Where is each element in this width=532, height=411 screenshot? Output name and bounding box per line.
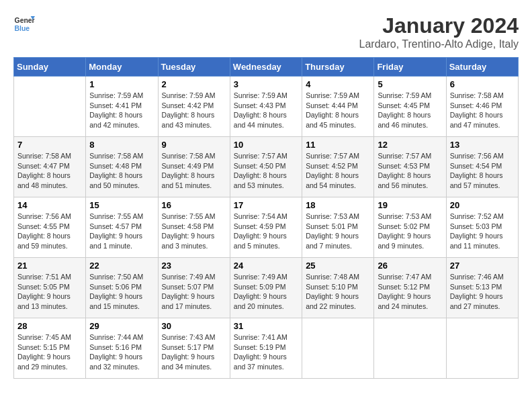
day-number: 21 [17, 261, 82, 271]
day-cell: 8Sunrise: 7:58 AMSunset: 4:48 PMDaylight… [86, 137, 158, 197]
day-cell: 12Sunrise: 7:57 AMSunset: 4:53 PMDayligh… [374, 137, 446, 197]
day-cell: 9Sunrise: 7:58 AMSunset: 4:49 PMDaylight… [158, 137, 230, 197]
day-number: 24 [234, 261, 298, 271]
day-cell: 18Sunrise: 7:53 AMSunset: 5:01 PMDayligh… [302, 197, 374, 258]
calendar-table: SundayMondayTuesdayWednesdayThursdayFrid… [13, 57, 519, 379]
day-info: Sunrise: 7:59 AMSunset: 4:45 PMDaylight:… [378, 91, 442, 130]
day-number: 5 [378, 79, 442, 89]
day-cell: 21Sunrise: 7:51 AMSunset: 5:05 PMDayligh… [14, 258, 86, 318]
day-info: Sunrise: 7:58 AMSunset: 4:49 PMDaylight:… [162, 151, 226, 191]
day-info: Sunrise: 7:57 AMSunset: 4:50 PMDaylight:… [234, 151, 298, 191]
day-info: Sunrise: 7:59 AMSunset: 4:42 PMDaylight:… [162, 91, 226, 130]
day-number: 25 [306, 261, 370, 271]
day-info: Sunrise: 7:58 AMSunset: 4:47 PMDaylight:… [17, 151, 82, 191]
day-number: 19 [378, 200, 442, 210]
day-info: Sunrise: 7:56 AMSunset: 4:55 PMDaylight:… [17, 212, 82, 251]
day-cell: 11Sunrise: 7:57 AMSunset: 4:52 PMDayligh… [302, 137, 374, 197]
day-number: 31 [234, 321, 298, 331]
day-info: Sunrise: 7:48 AMSunset: 5:10 PMDaylight:… [306, 272, 370, 312]
day-info: Sunrise: 7:53 AMSunset: 5:01 PMDaylight:… [306, 212, 370, 251]
day-cell [14, 77, 86, 137]
svg-text:Blue: Blue [15, 25, 30, 32]
day-info: Sunrise: 7:58 AMSunset: 4:48 PMDaylight:… [89, 151, 154, 191]
month-year-title: January 2024 [359, 13, 519, 38]
day-cell: 30Sunrise: 7:43 AMSunset: 5:17 PMDayligh… [158, 318, 230, 379]
day-cell: 29Sunrise: 7:44 AMSunset: 5:16 PMDayligh… [86, 318, 158, 379]
day-number: 10 [234, 140, 298, 150]
day-info: Sunrise: 7:49 AMSunset: 5:09 PMDaylight:… [234, 272, 298, 312]
day-info: Sunrise: 7:57 AMSunset: 4:53 PMDaylight:… [378, 151, 442, 191]
day-info: Sunrise: 7:50 AMSunset: 5:06 PMDaylight:… [89, 272, 154, 312]
week-row-5: 28Sunrise: 7:45 AMSunset: 5:15 PMDayligh… [14, 318, 519, 379]
day-number: 26 [378, 261, 442, 271]
header-monday: Monday [86, 58, 158, 77]
logo: General Blue [13, 13, 35, 35]
day-number: 7 [17, 140, 82, 150]
header-tuesday: Tuesday [158, 58, 230, 77]
day-info: Sunrise: 7:54 AMSunset: 4:59 PMDaylight:… [234, 212, 298, 251]
days-header-row: SundayMondayTuesdayWednesdayThursdayFrid… [14, 58, 519, 77]
day-cell [446, 318, 518, 379]
day-info: Sunrise: 7:55 AMSunset: 4:58 PMDaylight:… [162, 212, 226, 251]
day-cell: 10Sunrise: 7:57 AMSunset: 4:50 PMDayligh… [230, 137, 302, 197]
day-info: Sunrise: 7:51 AMSunset: 5:05 PMDaylight:… [17, 272, 82, 312]
header: General Blue January 2024 Lardaro, Trent… [13, 13, 519, 50]
day-info: Sunrise: 7:58 AMSunset: 4:46 PMDaylight:… [450, 91, 515, 130]
day-info: Sunrise: 7:53 AMSunset: 5:02 PMDaylight:… [378, 212, 442, 251]
day-number: 28 [17, 321, 82, 331]
day-number: 8 [89, 140, 154, 150]
logo-icon: General Blue [13, 13, 35, 35]
header-wednesday: Wednesday [230, 58, 302, 77]
day-cell: 28Sunrise: 7:45 AMSunset: 5:15 PMDayligh… [14, 318, 86, 379]
day-info: Sunrise: 7:59 AMSunset: 4:43 PMDaylight:… [234, 91, 298, 130]
week-row-3: 14Sunrise: 7:56 AMSunset: 4:55 PMDayligh… [14, 197, 519, 258]
day-cell: 6Sunrise: 7:58 AMSunset: 4:46 PMDaylight… [446, 77, 518, 137]
day-cell: 17Sunrise: 7:54 AMSunset: 4:59 PMDayligh… [230, 197, 302, 258]
week-row-4: 21Sunrise: 7:51 AMSunset: 5:05 PMDayligh… [14, 258, 519, 318]
header-friday: Friday [374, 58, 446, 77]
day-number: 29 [89, 321, 154, 331]
week-row-2: 7Sunrise: 7:58 AMSunset: 4:47 PMDaylight… [14, 137, 519, 197]
day-info: Sunrise: 7:43 AMSunset: 5:17 PMDaylight:… [162, 332, 226, 372]
day-number: 1 [89, 79, 154, 89]
day-info: Sunrise: 7:45 AMSunset: 5:15 PMDaylight:… [17, 332, 82, 372]
day-number: 15 [89, 200, 154, 210]
day-cell [374, 318, 446, 379]
day-info: Sunrise: 7:56 AMSunset: 4:54 PMDaylight:… [450, 151, 515, 191]
day-cell: 26Sunrise: 7:47 AMSunset: 5:12 PMDayligh… [374, 258, 446, 318]
day-cell: 5Sunrise: 7:59 AMSunset: 4:45 PMDaylight… [374, 77, 446, 137]
day-cell: 25Sunrise: 7:48 AMSunset: 5:10 PMDayligh… [302, 258, 374, 318]
day-number: 23 [162, 261, 226, 271]
header-thursday: Thursday [302, 58, 374, 77]
title-block: January 2024 Lardaro, Trentino-Alto Adig… [359, 13, 519, 50]
day-number: 18 [306, 200, 370, 210]
day-cell [302, 318, 374, 379]
day-number: 22 [89, 261, 154, 271]
day-cell: 3Sunrise: 7:59 AMSunset: 4:43 PMDaylight… [230, 77, 302, 137]
day-number: 27 [450, 261, 515, 271]
day-cell: 1Sunrise: 7:59 AMSunset: 4:41 PMDaylight… [86, 77, 158, 137]
day-number: 2 [162, 79, 226, 89]
day-info: Sunrise: 7:47 AMSunset: 5:12 PMDaylight:… [378, 272, 442, 312]
day-cell: 16Sunrise: 7:55 AMSunset: 4:58 PMDayligh… [158, 197, 230, 258]
day-cell: 13Sunrise: 7:56 AMSunset: 4:54 PMDayligh… [446, 137, 518, 197]
day-cell: 15Sunrise: 7:55 AMSunset: 4:57 PMDayligh… [86, 197, 158, 258]
day-cell: 31Sunrise: 7:41 AMSunset: 5:19 PMDayligh… [230, 318, 302, 379]
day-info: Sunrise: 7:59 AMSunset: 4:41 PMDaylight:… [89, 91, 154, 130]
day-cell: 4Sunrise: 7:59 AMSunset: 4:44 PMDaylight… [302, 77, 374, 137]
day-cell: 7Sunrise: 7:58 AMSunset: 4:47 PMDaylight… [14, 137, 86, 197]
day-cell: 14Sunrise: 7:56 AMSunset: 4:55 PMDayligh… [14, 197, 86, 258]
day-info: Sunrise: 7:57 AMSunset: 4:52 PMDaylight:… [306, 151, 370, 191]
day-cell: 20Sunrise: 7:52 AMSunset: 5:03 PMDayligh… [446, 197, 518, 258]
location-subtitle: Lardaro, Trentino-Alto Adige, Italy [359, 38, 519, 50]
day-number: 11 [306, 140, 370, 150]
day-number: 30 [162, 321, 226, 331]
day-info: Sunrise: 7:46 AMSunset: 5:13 PMDaylight:… [450, 272, 515, 312]
day-cell: 2Sunrise: 7:59 AMSunset: 4:42 PMDaylight… [158, 77, 230, 137]
day-info: Sunrise: 7:44 AMSunset: 5:16 PMDaylight:… [89, 332, 154, 372]
day-number: 14 [17, 200, 82, 210]
day-info: Sunrise: 7:49 AMSunset: 5:07 PMDaylight:… [162, 272, 226, 312]
day-number: 9 [162, 140, 226, 150]
day-info: Sunrise: 7:59 AMSunset: 4:44 PMDaylight:… [306, 91, 370, 130]
day-number: 3 [234, 79, 298, 89]
